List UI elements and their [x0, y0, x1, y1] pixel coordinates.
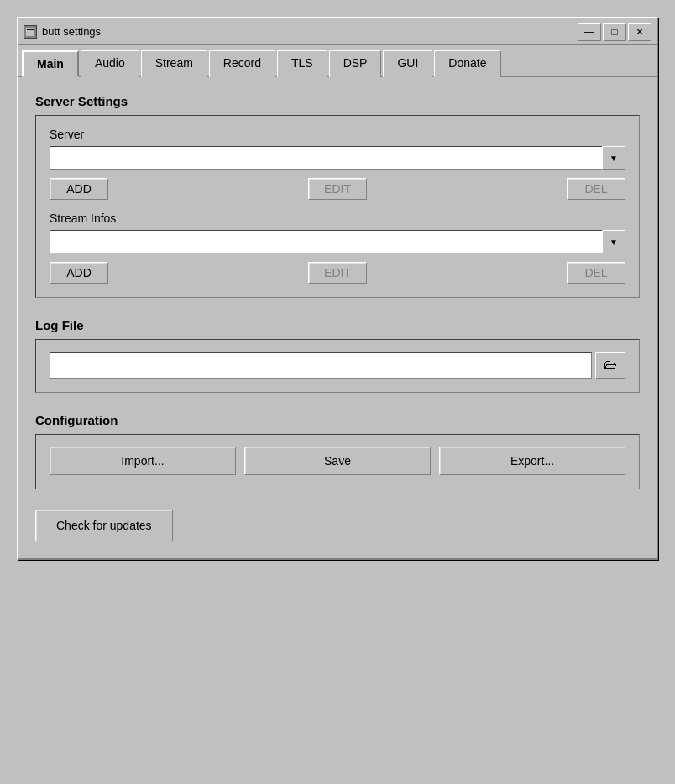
main-content: Server Settings Server ▼ ADD EDIT DEL: [18, 77, 657, 558]
minimize-button[interactable]: —: [578, 23, 601, 41]
close-button[interactable]: ✕: [628, 23, 651, 41]
import-button[interactable]: Import...: [50, 447, 236, 475]
log-file-folder-button[interactable]: 🗁: [595, 352, 625, 379]
log-file-title: Log File: [35, 318, 640, 332]
svg-rect-2: [27, 29, 34, 30]
server-settings-title: Server Settings: [35, 94, 640, 108]
check-updates-button[interactable]: Check for updates: [35, 510, 173, 541]
tab-gui[interactable]: GUI: [383, 50, 432, 77]
title-bar: butt settings — □ ✕: [18, 18, 657, 45]
server-del-button[interactable]: DEL: [567, 178, 625, 200]
tab-donate[interactable]: Donate: [434, 50, 500, 77]
tab-bar: Main Audio Stream Record TLS DSP GUI Don…: [18, 45, 657, 77]
save-button[interactable]: Save: [244, 447, 431, 475]
server-btn-row: ADD EDIT DEL: [50, 178, 625, 200]
log-file-section: Log File 🗁: [35, 318, 640, 393]
check-updates-section: Check for updates: [35, 510, 640, 541]
server-add-button[interactable]: ADD: [50, 178, 108, 200]
stream-infos-dropdown-row: ▼: [50, 230, 625, 253]
server-settings-box: Server ▼ ADD EDIT DEL Stream Infos: [35, 115, 640, 298]
tab-audio[interactable]: Audio: [81, 50, 139, 77]
configuration-title: Configuration: [35, 413, 640, 427]
server-select[interactable]: [50, 146, 625, 170]
tab-record[interactable]: Record: [209, 50, 275, 77]
configuration-section: Configuration Import... Save Export...: [35, 413, 640, 489]
log-file-row: 🗁: [50, 352, 625, 379]
log-file-box: 🗁: [35, 339, 640, 393]
tab-dsp[interactable]: DSP: [329, 50, 382, 77]
title-bar-left: butt settings: [24, 25, 101, 39]
folder-icon: 🗁: [604, 358, 617, 373]
tab-main[interactable]: Main: [22, 50, 79, 77]
server-settings-section: Server Settings Server ▼ ADD EDIT DEL: [35, 94, 640, 298]
window-title: butt settings: [42, 25, 101, 38]
main-window: butt settings — □ ✕ Main Audio Stream Re…: [17, 17, 658, 560]
stream-infos-dropdown-wrapper: ▼: [50, 230, 625, 253]
server-edit-button[interactable]: EDIT: [308, 178, 367, 200]
tab-stream[interactable]: Stream: [141, 50, 207, 77]
stream-infos-del-button[interactable]: DEL: [567, 262, 625, 284]
server-dropdown-row: ▼: [50, 146, 625, 170]
stream-infos-btn-row: ADD EDIT DEL: [50, 262, 625, 284]
app-icon: [24, 25, 37, 39]
stream-infos-select[interactable]: [50, 230, 625, 253]
server-label: Server: [50, 128, 625, 141]
configuration-box: Import... Save Export...: [35, 434, 640, 489]
stream-infos-edit-button[interactable]: EDIT: [308, 262, 367, 284]
maximize-button[interactable]: □: [603, 23, 626, 41]
export-button[interactable]: Export...: [439, 447, 625, 475]
title-bar-controls: — □ ✕: [578, 23, 651, 41]
config-btn-row: Import... Save Export...: [50, 447, 625, 475]
stream-infos-label: Stream Infos: [50, 212, 625, 225]
log-file-input[interactable]: [50, 352, 592, 379]
stream-infos-add-button[interactable]: ADD: [50, 262, 108, 284]
server-dropdown-wrapper: ▼: [50, 146, 625, 170]
tab-tls[interactable]: TLS: [277, 50, 327, 77]
